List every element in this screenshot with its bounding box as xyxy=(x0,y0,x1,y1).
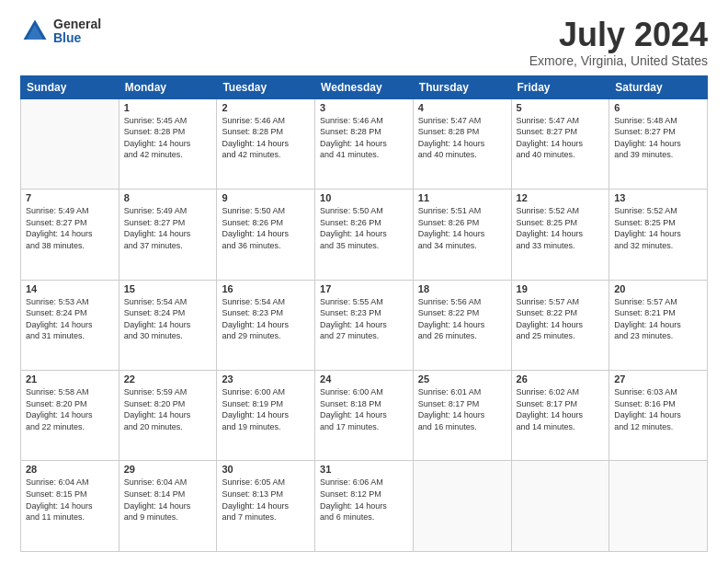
day-number: 19 xyxy=(517,283,605,294)
calendar-cell: 3Sunrise: 5:46 AM Sunset: 8:28 PM Daylig… xyxy=(315,98,414,189)
calendar-cell: 13Sunrise: 5:52 AM Sunset: 8:25 PM Dayli… xyxy=(609,190,708,280)
col-sunday: Sunday xyxy=(21,75,119,98)
calendar-cell: 12Sunrise: 5:52 AM Sunset: 8:25 PM Dayli… xyxy=(511,190,609,280)
day-info: Sunrise: 6:04 AM Sunset: 8:14 PM Dayligh… xyxy=(124,477,212,523)
weekday-header-row: Sunday Monday Tuesday Wednesday Thursday… xyxy=(21,75,708,98)
day-info: Sunrise: 5:49 AM Sunset: 8:27 PM Dayligh… xyxy=(124,205,212,251)
calendar-table: Sunday Monday Tuesday Wednesday Thursday… xyxy=(20,75,708,552)
calendar-cell: 8Sunrise: 5:49 AM Sunset: 8:27 PM Daylig… xyxy=(119,190,217,280)
day-number: 1 xyxy=(124,102,212,113)
day-number: 10 xyxy=(320,192,408,203)
day-info: Sunrise: 5:49 AM Sunset: 8:27 PM Dayligh… xyxy=(26,205,114,251)
day-info: Sunrise: 6:02 AM Sunset: 8:17 PM Dayligh… xyxy=(517,386,605,432)
logo-text: General Blue xyxy=(53,17,101,46)
day-number: 11 xyxy=(418,192,506,203)
col-friday: Friday xyxy=(511,75,609,98)
calendar-cell: 1Sunrise: 5:45 AM Sunset: 8:28 PM Daylig… xyxy=(119,98,217,189)
calendar-cell: 2Sunrise: 5:46 AM Sunset: 8:28 PM Daylig… xyxy=(217,98,315,189)
day-number: 25 xyxy=(418,373,506,385)
header: General Blue July 2024 Exmore, Virginia,… xyxy=(20,17,708,68)
logo-blue-text: Blue xyxy=(53,31,101,45)
day-info: Sunrise: 5:57 AM Sunset: 8:21 PM Dayligh… xyxy=(614,296,702,342)
day-number: 17 xyxy=(320,283,408,294)
day-number: 24 xyxy=(320,373,408,385)
day-number: 29 xyxy=(124,464,212,475)
calendar-cell: 6Sunrise: 5:48 AM Sunset: 8:27 PM Daylig… xyxy=(609,98,708,189)
calendar-cell xyxy=(413,461,511,552)
calendar-week-row: 7Sunrise: 5:49 AM Sunset: 8:27 PM Daylig… xyxy=(21,190,708,280)
day-info: Sunrise: 5:53 AM Sunset: 8:24 PM Dayligh… xyxy=(26,296,114,342)
day-number: 2 xyxy=(222,102,310,113)
day-info: Sunrise: 6:00 AM Sunset: 8:19 PM Dayligh… xyxy=(222,386,310,432)
day-info: Sunrise: 5:52 AM Sunset: 8:25 PM Dayligh… xyxy=(517,205,605,251)
day-info: Sunrise: 6:01 AM Sunset: 8:17 PM Dayligh… xyxy=(418,386,506,432)
day-number: 7 xyxy=(26,192,114,203)
calendar-cell xyxy=(609,461,708,552)
calendar-body: 1Sunrise: 5:45 AM Sunset: 8:28 PM Daylig… xyxy=(21,98,708,551)
calendar-cell: 5Sunrise: 5:47 AM Sunset: 8:27 PM Daylig… xyxy=(511,98,609,189)
day-info: Sunrise: 5:58 AM Sunset: 8:20 PM Dayligh… xyxy=(26,386,114,432)
calendar-cell: 30Sunrise: 6:05 AM Sunset: 8:13 PM Dayli… xyxy=(217,461,315,552)
day-number: 6 xyxy=(614,102,702,113)
day-number: 4 xyxy=(418,102,506,113)
day-number: 15 xyxy=(124,283,212,294)
day-number: 20 xyxy=(614,283,702,294)
day-info: Sunrise: 5:50 AM Sunset: 8:26 PM Dayligh… xyxy=(320,205,408,251)
day-number: 26 xyxy=(517,373,605,385)
day-number: 14 xyxy=(26,283,114,294)
calendar-header: Sunday Monday Tuesday Wednesday Thursday… xyxy=(21,75,708,98)
day-number: 22 xyxy=(124,373,212,385)
calendar-cell: 7Sunrise: 5:49 AM Sunset: 8:27 PM Daylig… xyxy=(21,190,119,280)
day-info: Sunrise: 6:00 AM Sunset: 8:18 PM Dayligh… xyxy=(320,386,408,432)
calendar-cell: 24Sunrise: 6:00 AM Sunset: 8:18 PM Dayli… xyxy=(315,371,414,461)
calendar-week-row: 1Sunrise: 5:45 AM Sunset: 8:28 PM Daylig… xyxy=(21,98,708,189)
calendar-cell: 4Sunrise: 5:47 AM Sunset: 8:28 PM Daylig… xyxy=(413,98,511,189)
col-monday: Monday xyxy=(119,75,217,98)
logo-icon xyxy=(20,17,50,46)
day-info: Sunrise: 5:50 AM Sunset: 8:26 PM Dayligh… xyxy=(222,205,310,251)
calendar-cell: 21Sunrise: 5:58 AM Sunset: 8:20 PM Dayli… xyxy=(21,371,119,461)
day-info: Sunrise: 6:05 AM Sunset: 8:13 PM Dayligh… xyxy=(222,477,310,523)
calendar-week-row: 28Sunrise: 6:04 AM Sunset: 8:15 PM Dayli… xyxy=(21,461,708,552)
calendar-week-row: 21Sunrise: 5:58 AM Sunset: 8:20 PM Dayli… xyxy=(21,371,708,461)
calendar-cell: 22Sunrise: 5:59 AM Sunset: 8:20 PM Dayli… xyxy=(119,371,217,461)
day-number: 3 xyxy=(320,102,408,113)
calendar-cell: 18Sunrise: 5:56 AM Sunset: 8:22 PM Dayli… xyxy=(413,280,511,370)
col-tuesday: Tuesday xyxy=(217,75,315,98)
day-info: Sunrise: 5:46 AM Sunset: 8:28 PM Dayligh… xyxy=(320,115,408,161)
calendar-cell xyxy=(21,98,119,189)
title-block: July 2024 Exmore, Virginia, United State… xyxy=(529,17,708,68)
day-info: Sunrise: 5:54 AM Sunset: 8:24 PM Dayligh… xyxy=(124,296,212,342)
day-info: Sunrise: 5:56 AM Sunset: 8:22 PM Dayligh… xyxy=(418,296,506,342)
calendar-cell: 26Sunrise: 6:02 AM Sunset: 8:17 PM Dayli… xyxy=(511,371,609,461)
day-info: Sunrise: 6:06 AM Sunset: 8:12 PM Dayligh… xyxy=(320,477,408,523)
calendar-cell: 9Sunrise: 5:50 AM Sunset: 8:26 PM Daylig… xyxy=(217,190,315,280)
day-number: 9 xyxy=(222,192,310,203)
day-info: Sunrise: 5:45 AM Sunset: 8:28 PM Dayligh… xyxy=(124,115,212,161)
page: General Blue July 2024 Exmore, Virginia,… xyxy=(0,0,728,563)
calendar-cell: 23Sunrise: 6:00 AM Sunset: 8:19 PM Dayli… xyxy=(217,371,315,461)
day-info: Sunrise: 5:51 AM Sunset: 8:26 PM Dayligh… xyxy=(418,205,506,251)
calendar-cell xyxy=(511,461,609,552)
day-number: 5 xyxy=(517,102,605,113)
day-number: 28 xyxy=(26,464,114,475)
day-info: Sunrise: 5:47 AM Sunset: 8:28 PM Dayligh… xyxy=(418,115,506,161)
calendar-cell: 16Sunrise: 5:54 AM Sunset: 8:23 PM Dayli… xyxy=(217,280,315,370)
day-info: Sunrise: 6:03 AM Sunset: 8:16 PM Dayligh… xyxy=(614,386,702,432)
day-info: Sunrise: 6:04 AM Sunset: 8:15 PM Dayligh… xyxy=(26,477,114,523)
calendar-cell: 20Sunrise: 5:57 AM Sunset: 8:21 PM Dayli… xyxy=(609,280,708,370)
day-info: Sunrise: 5:55 AM Sunset: 8:23 PM Dayligh… xyxy=(320,296,408,342)
day-number: 12 xyxy=(517,192,605,203)
day-info: Sunrise: 5:46 AM Sunset: 8:28 PM Dayligh… xyxy=(222,115,310,161)
calendar-cell: 19Sunrise: 5:57 AM Sunset: 8:22 PM Dayli… xyxy=(511,280,609,370)
day-number: 21 xyxy=(26,373,114,385)
day-number: 23 xyxy=(222,373,310,385)
calendar-cell: 11Sunrise: 5:51 AM Sunset: 8:26 PM Dayli… xyxy=(413,190,511,280)
col-wednesday: Wednesday xyxy=(315,75,414,98)
day-number: 31 xyxy=(320,464,408,475)
day-info: Sunrise: 5:48 AM Sunset: 8:27 PM Dayligh… xyxy=(614,115,702,161)
calendar-cell: 29Sunrise: 6:04 AM Sunset: 8:14 PM Dayli… xyxy=(119,461,217,552)
logo: General Blue xyxy=(20,17,101,46)
col-saturday: Saturday xyxy=(609,75,708,98)
day-info: Sunrise: 5:52 AM Sunset: 8:25 PM Dayligh… xyxy=(614,205,702,251)
